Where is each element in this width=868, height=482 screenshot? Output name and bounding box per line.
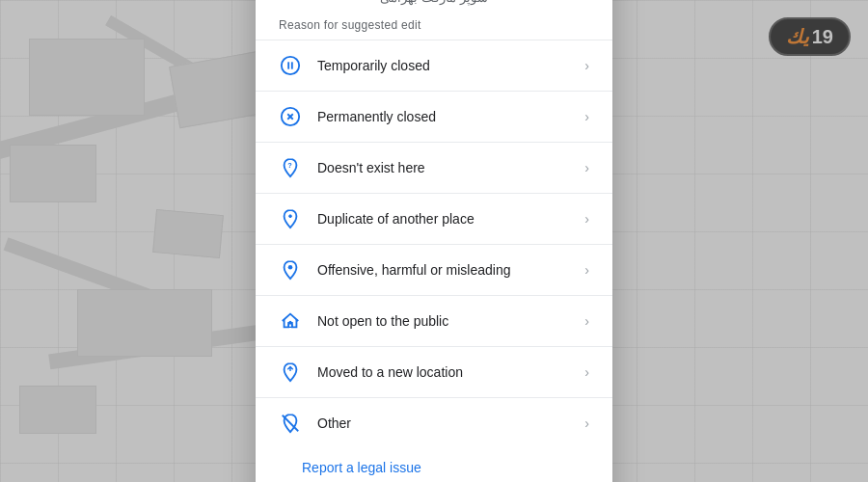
x-circle-icon: [279, 105, 302, 128]
pause-circle-icon: [279, 54, 302, 77]
dialog-header: Close or remove سوپر مارکت بهرامی ×: [256, 0, 612, 9]
temporarily-closed-label: Temporarily closed: [317, 58, 569, 73]
menu-item-permanently-closed[interactable]: Permanently closed ›: [256, 95, 612, 138]
chevron-icon: ›: [584, 364, 589, 380]
dialog-overlay: Close or remove سوپر مارکت بهرامی × Reas…: [0, 0, 868, 482]
menu-item-other[interactable]: Other ›: [256, 402, 612, 444]
duplicate-label: Duplicate of another place: [317, 211, 569, 227]
location-question-icon: ?: [279, 156, 302, 179]
not-open-label: Not open to the public: [317, 313, 569, 329]
menu-item-temporarily-closed[interactable]: Temporarily closed ›: [256, 44, 612, 87]
menu-item-duplicate[interactable]: Duplicate of another place ›: [256, 198, 612, 240]
close-remove-dialog: Close or remove سوپر مارکت بهرامی × Reas…: [256, 0, 612, 482]
permanently-closed-label: Permanently closed: [317, 109, 569, 124]
doesnt-exist-label: Doesn't exist here: [317, 160, 569, 175]
svg-point-0: [282, 57, 299, 74]
location-move-icon: [279, 361, 302, 384]
chevron-icon: ›: [584, 313, 589, 329]
menu-item-moved[interactable]: Moved to a new location ›: [256, 351, 612, 393]
location-plus-icon: [279, 207, 302, 230]
other-label: Other: [317, 415, 569, 431]
chevron-icon: ›: [584, 262, 589, 278]
divider: [256, 346, 612, 347]
section-label: Reason for suggested edit: [256, 9, 612, 36]
home-lock-icon: [279, 309, 302, 333]
divider: [256, 295, 612, 296]
divider: [256, 193, 612, 194]
divider: [256, 142, 612, 143]
divider: [256, 244, 612, 245]
moved-label: Moved to a new location: [317, 364, 569, 380]
chevron-icon: ›: [584, 211, 589, 227]
svg-point-9: [288, 265, 293, 270]
chevron-icon: ›: [584, 160, 589, 175]
dialog-subtitle: سوپر مارکت بهرامی: [279, 0, 589, 5]
report-legal-issue-link[interactable]: Report a legal issue: [279, 448, 445, 479]
location-off-icon: [279, 412, 302, 435]
chevron-icon: ›: [584, 109, 589, 124]
divider: [256, 40, 612, 40]
chevron-icon: ›: [584, 415, 589, 431]
divider: [256, 91, 612, 92]
location-flag-icon: [279, 258, 302, 281]
chevron-icon: ›: [584, 58, 589, 73]
offensive-label: Offensive, harmful or misleading: [317, 262, 569, 278]
menu-item-offensive[interactable]: Offensive, harmful or misleading ›: [256, 249, 612, 291]
divider: [256, 397, 612, 398]
menu-item-doesnt-exist[interactable]: ? Doesn't exist here ›: [256, 147, 612, 189]
svg-text:?: ?: [287, 161, 292, 170]
menu-item-not-open[interactable]: Not open to the public ›: [256, 300, 612, 342]
svg-rect-10: [288, 324, 292, 328]
